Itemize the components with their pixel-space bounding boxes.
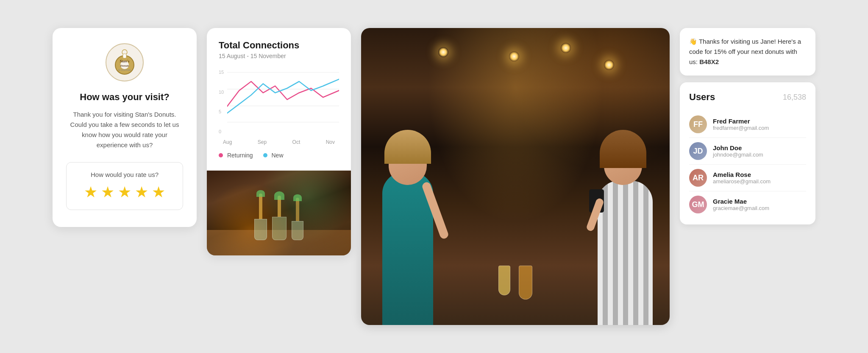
users-title: Users [689,92,715,103]
drinks-area [498,266,532,300]
notification-emoji: 👋 [689,38,699,45]
avatar-2: AR [689,169,707,187]
star-1[interactable]: ★ [84,183,97,201]
svg-text:& COFFEE: & COFFEE [118,69,131,71]
stans-donuts-logo-svg: Stan's Donuts & COFFEE [108,45,142,79]
right-panels: 👋 Thanks for visiting us Jane! Here's a … [680,28,815,224]
chart-date-range: 15 August - 15 November [219,53,339,59]
legend-returning: Returning [219,152,253,159]
cocktail-scene [207,171,351,255]
user-item-1[interactable]: JDJohn Doejohndoe@gmail.com [689,138,806,165]
logo-circle: Stan's Donuts & COFFEE [106,43,144,81]
user-item-3[interactable]: GMGracie Maegraciemae@gmail.com [689,191,806,218]
user-info-0: Fred Farmerfredfarmer@gmail.com [713,118,769,131]
users-card: Users 16,538 FFFred Farmerfredfarmer@gma… [680,82,815,224]
y-label-5: 5 [219,109,227,114]
user-name-2: Amelia Rose [713,171,771,178]
user-email-3: graciemae@gmail.com [713,205,769,211]
review-description: Thank you for visiting Stan's Donuts. Co… [66,109,183,150]
users-list: FFFred Farmerfredfarmer@gmail.comJDJohn … [689,111,806,218]
user-name-3: Gracie Mae [713,198,769,205]
user-item-2[interactable]: ARAmelia Roseameliarose@gmail.com [689,165,806,191]
star-4[interactable]: ★ [135,183,148,201]
notification-text: 👋 Thanks for visiting us Jane! Here's a … [689,36,806,67]
new-dot [263,153,267,157]
returning-dot [219,153,223,157]
user-info-3: Gracie Maegraciemae@gmail.com [713,198,769,211]
logo-area: Stan's Donuts & COFFEE [66,43,183,83]
main-container: Stan's Donuts & COFFEE How was your visi… [53,28,815,325]
y-label-0: 0 [219,129,227,134]
people-scene [361,28,670,325]
users-count: 16,538 [783,93,806,102]
user-name-0: Fred Farmer [713,118,769,125]
star-5[interactable]: ★ [152,183,165,201]
new-label: New [271,152,283,159]
svg-text:Donuts: Donuts [120,64,129,67]
notification-code: B48X2 [699,58,719,65]
user-name-1: John Doe [713,144,763,151]
cocktail-photo [207,171,351,255]
chart-top: Total Connections 15 August - 15 Novembe… [207,28,351,171]
user-item-0[interactable]: FFFred Farmerfredfarmer@gmail.com [689,111,806,138]
avatar-3: GM [689,196,707,213]
rate-label: How would you rate us? [77,171,172,178]
chart-card: Total Connections 15 August - 15 Novembe… [207,28,351,255]
x-label-oct: Oct [292,139,300,145]
y-label-15: 15 [219,70,227,75]
star-rating[interactable]: ★ ★ ★ ★ ★ [77,183,172,201]
chart-legend: Returning New [219,152,339,162]
y-axis-labels: 15 10 5 0 [219,68,227,136]
connections-chart: 15 10 5 0 [219,68,339,136]
legend-new: New [263,152,284,159]
x-axis-labels: Aug Sep Oct Nov [219,139,339,145]
x-label-nov: Nov [326,139,335,145]
rating-box[interactable]: How would you rate us? ★ ★ ★ ★ ★ [66,162,183,210]
star-3[interactable]: ★ [118,183,131,201]
returning-label: Returning [227,152,253,159]
woman1-figure [374,104,442,325]
avatar-0: FF [689,115,707,133]
x-label-aug: Aug [223,139,232,145]
user-info-2: Amelia Roseameliarose@gmail.com [713,171,771,185]
svg-text:Stan's: Stan's [120,59,130,63]
chart-title: Total Connections [219,40,339,51]
x-label-sep: Sep [258,139,267,145]
user-email-1: johndoe@gmail.com [713,151,763,158]
main-photo-card [361,28,670,325]
chart-svg [227,68,339,136]
woman2-figure [593,113,661,325]
avatar-1: JD [689,142,707,160]
svg-rect-6 [123,54,126,58]
review-title: How was your visit? [66,92,183,103]
users-header: Users 16,538 [689,92,806,103]
user-email-0: fredfarmer@gmail.com [713,125,769,131]
review-card: Stan's Donuts & COFFEE How was your visi… [53,28,197,227]
y-label-10: 10 [219,90,227,95]
star-2[interactable]: ★ [101,183,114,201]
user-info-1: John Doejohndoe@gmail.com [713,144,763,158]
main-photo-scene [361,28,670,325]
notification-card: 👋 Thanks for visiting us Jane! Here's a … [680,28,815,76]
user-email-2: ameliarose@gmail.com [713,178,771,185]
